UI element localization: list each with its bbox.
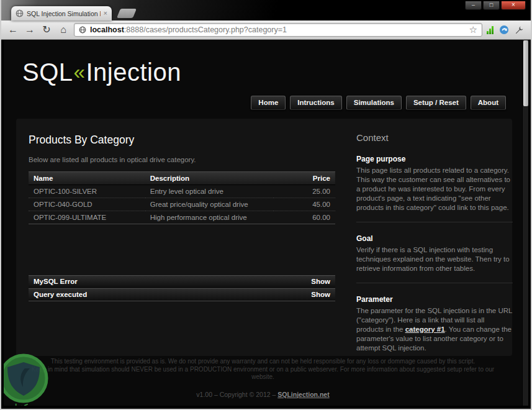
table-row: OPTIC-040-GOLD Great price/quality optic…: [29, 198, 335, 211]
scrollbar-thumb[interactable]: [523, 40, 528, 106]
stats-bars-icon[interactable]: [487, 26, 494, 34]
url-path: :8888/cases/productsCategory.php?categor…: [124, 25, 287, 34]
query-executed-show-link[interactable]: Show: [311, 291, 330, 298]
minimize-button[interactable]: –: [465, 1, 482, 10]
section-text: This page lists all products related to …: [356, 166, 513, 212]
table-row: OPTIC-100-SILVER Entry level optical dri…: [29, 185, 335, 198]
nav-intructions[interactable]: Intructions: [290, 96, 341, 110]
site-globe-icon: [79, 26, 86, 34]
version-text: v1.00 – Copyright © 2012 –: [196, 391, 277, 398]
logo-injection: Injection: [86, 58, 181, 86]
product-description: Entry level optical drive: [145, 185, 274, 198]
category-1-link[interactable]: category #1: [405, 326, 445, 333]
page-footer: This testing environment is provided as …: [4, 358, 522, 398]
page-viewport: SQL«Injection Home Intructions Simulatio…: [4, 40, 528, 406]
product-price: 60.00: [274, 211, 335, 224]
section-goal: Goal Verify if there is a SQL injection …: [356, 234, 513, 283]
site-logo: SQL«Injection: [22, 58, 181, 86]
home-icon[interactable]: ⌂: [57, 24, 70, 36]
wrench-icon[interactable]: [515, 25, 524, 35]
context-sidebar: Context Page purpose This page lists all…: [356, 130, 513, 362]
version-line: v1.00 – Copyright © 2012 – SQLinjection.…: [4, 391, 522, 398]
back-icon[interactable]: ←: [7, 24, 19, 36]
product-name: OPTIC-099-ULTIMATE: [29, 211, 145, 224]
mysql-error-label: MySQL Error: [34, 278, 78, 285]
section-text: Verify if there is a SQL injection with …: [356, 245, 513, 273]
product-description: High performance optical drive: [145, 211, 274, 224]
col-header-price: Price: [274, 172, 335, 185]
page-title: Products By Category: [29, 134, 335, 147]
bookmark-star-icon[interactable]: ☆: [469, 24, 477, 35]
close-button[interactable]: ×: [501, 1, 526, 10]
watermark-logo: كفيل: [4, 348, 55, 406]
product-price: 45.00: [274, 198, 335, 211]
url-host: localhost: [90, 25, 124, 34]
page-subtitle: Below are listed all products in optical…: [29, 156, 335, 163]
page-scrollbar[interactable]: [522, 40, 528, 406]
url-text: localhost:8888/cases/productsCategory.ph…: [90, 25, 287, 34]
disclaimer-line-2: Keep in mind that simulation should NEVE…: [4, 366, 522, 381]
mysql-error-show-link[interactable]: Show: [311, 278, 330, 285]
favicon-globe-icon: [16, 9, 24, 17]
section-heading: Page purpose: [356, 155, 513, 163]
url-bar[interactable]: localhost:8888/cases/productsCategory.ph…: [74, 23, 482, 37]
product-name: OPTIC-040-GOLD: [29, 198, 145, 211]
content-panel: Products By Category Below are listed al…: [16, 119, 512, 356]
section-parameter: Parameter The parameter for the SQL inje…: [356, 295, 513, 362]
extension-area: [487, 25, 525, 35]
section-page-purpose: Page purpose This page lists all product…: [356, 155, 513, 222]
query-executed-label: Query executed: [34, 291, 87, 298]
nav-home[interactable]: Home: [251, 96, 286, 110]
context-title: Context: [356, 132, 513, 143]
browser-tab[interactable]: SQL Injection Simulation En ×: [11, 6, 112, 20]
product-description: Great price/quality optical drive: [145, 198, 274, 211]
watermark-text: كفيل: [11, 403, 28, 406]
mysql-error-row: MySQL Error Show: [29, 275, 335, 288]
disclaimer-line-1: This testing environment is provided as …: [4, 358, 522, 366]
product-name: OPTIC-100-SILVER: [29, 185, 145, 198]
section-heading: Goal: [356, 234, 513, 243]
nav-about[interactable]: About: [471, 96, 506, 110]
product-price: 25.00: [274, 185, 335, 198]
browser-window: – □ × SQL Injection Simulation En × ← → …: [0, 0, 532, 410]
query-executed-row: Query executed Show: [29, 288, 335, 301]
nav-simulations[interactable]: Simulations: [346, 96, 402, 110]
col-header-description: Description: [145, 172, 274, 185]
page-content: SQL«Injection Home Intructions Simulatio…: [4, 40, 522, 406]
maximize-button[interactable]: □: [483, 1, 500, 10]
table-header-row: Name Description Price: [29, 172, 335, 185]
debug-section: MySQL Error Show Query executed Show: [29, 275, 335, 301]
tab-close-icon[interactable]: ×: [104, 10, 107, 17]
browser-toolbar: ← → ↻ ⌂ localhost:8888/cases/productsCat…: [1, 20, 531, 40]
table-row: OPTIC-099-ULTIMATE High performance opti…: [29, 211, 335, 224]
refresh-icon[interactable]: ↻: [40, 24, 53, 36]
forward-icon[interactable]: →: [24, 24, 36, 36]
logo-chevrons-icon: «: [74, 60, 86, 83]
window-controls: – □ ×: [465, 1, 526, 10]
extension-icon[interactable]: [499, 25, 509, 35]
nav-setup-reset[interactable]: Setup / Reset: [406, 96, 466, 110]
logo-sql: SQL: [22, 58, 73, 86]
main-navigation: Home Intructions Simulations Setup / Res…: [251, 96, 506, 110]
section-heading: Parameter: [356, 295, 513, 304]
products-table: Name Description Price OPTIC-100-SILVER …: [29, 171, 335, 224]
section-text: The parameter for the SQL injection is i…: [356, 306, 513, 353]
products-column: Products By Category Below are listed al…: [29, 130, 335, 302]
sqlinjection-net-link[interactable]: SQLinjection.net: [277, 391, 329, 398]
tab-title: SQL Injection Simulation En: [27, 10, 101, 17]
col-header-name: Name: [29, 172, 145, 185]
